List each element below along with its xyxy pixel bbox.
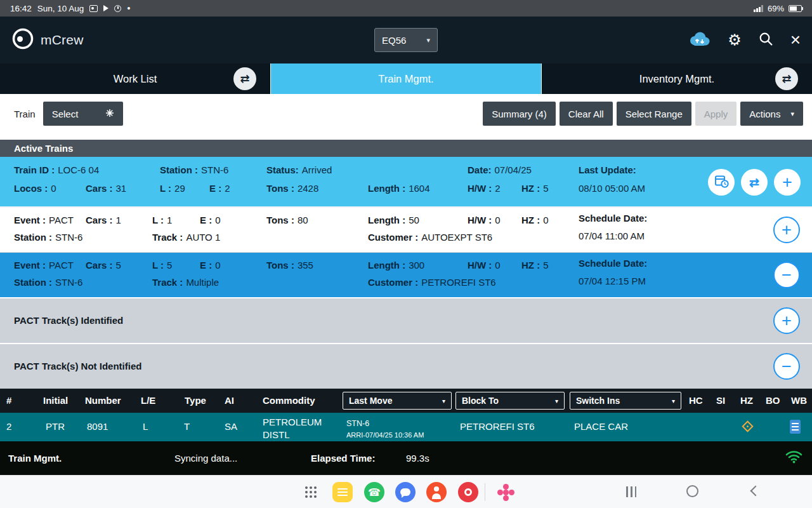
train-select-button[interactable]: Select: [43, 102, 123, 126]
loads-field: L :5: [152, 260, 172, 271]
train-selector-value: EQ56: [382, 35, 406, 46]
train-schedule-button[interactable]: [708, 169, 735, 196]
camera-app-icon[interactable]: [458, 482, 478, 502]
chevron-down-icon: ▾: [790, 110, 794, 118]
actions-dropdown[interactable]: Actions ▾: [740, 102, 803, 126]
gallery-app-icon[interactable]: [495, 482, 516, 502]
switch-ins-filter-dropdown[interactable]: Switch Ins ▾: [570, 392, 681, 410]
pact-identified-expand-button[interactable]: +: [773, 307, 800, 334]
active-trains-title: Active Trains: [14, 143, 73, 154]
length-field: Length :50: [368, 215, 419, 225]
tab-work-list[interactable]: Work List ⇄: [0, 64, 271, 94]
summary-button[interactable]: Summary (4): [483, 102, 556, 126]
calendar-clock-icon: [714, 173, 730, 191]
status-field: Status:Arrived: [266, 164, 332, 175]
tab-inventory-mgmt[interactable]: Inventory Mgmt. ⇄: [542, 64, 812, 94]
gear-icon[interactable]: ⚙: [728, 32, 742, 48]
hz-field: HZ :5: [521, 183, 549, 194]
hazmat-diamond-icon: [742, 420, 753, 432]
cars-field: Cars :1: [86, 215, 121, 225]
app-drawer-icon[interactable]: [305, 486, 308, 489]
hz-field: HZ :0: [521, 215, 549, 225]
train-selector-dropdown[interactable]: EQ56 ▾: [374, 28, 438, 52]
block-to-filter-dropdown[interactable]: Block To ▾: [455, 392, 565, 410]
cell-block-to: PETROREFI ST6: [460, 421, 535, 432]
loads-field: L :29: [160, 183, 185, 194]
actions-label: Actions: [749, 109, 780, 119]
app-header: mCrew EQ56 ▾ ⚙ ×: [0, 17, 812, 64]
pact-not-identified-collapse-button[interactable]: −: [773, 353, 800, 380]
pact-not-identified-section[interactable]: PACT Track(s) Not Identified −: [0, 343, 812, 389]
close-icon[interactable]: ×: [790, 31, 801, 49]
event-expand-button[interactable]: +: [773, 217, 800, 243]
car-table-row[interactable]: 2 PTR 8091 L T SA PETROLEUM DISTL STN-6 …: [0, 413, 812, 441]
notes-app-icon[interactable]: [332, 482, 353, 502]
hz-field: HZ :5: [521, 260, 549, 271]
tab-train-mgmt[interactable]: Train Mgmt.: [271, 64, 542, 94]
station-field: Station :STN-6: [160, 164, 228, 175]
back-button[interactable]: [750, 486, 761, 497]
recent-apps-button[interactable]: [626, 486, 636, 497]
footer-screen-title: Train Mgmt.: [8, 453, 62, 464]
cars-field: Cars :5: [86, 260, 121, 271]
train-summary-row[interactable]: Train ID :LOC-6 04 Locos :0 Cars :31 Sta…: [0, 157, 812, 208]
main-tab-bar: Work List ⇄ Train Mgmt. Inventory Mgmt. …: [0, 64, 812, 94]
apply-button[interactable]: Apply: [695, 102, 737, 126]
phone-app-icon[interactable]: ☎: [364, 482, 384, 502]
mcrew-logo-icon: [11, 27, 34, 53]
train-swap-button[interactable]: ⇄: [741, 169, 768, 196]
signal-icon: [754, 5, 763, 12]
empties-field: E :0: [200, 215, 221, 225]
cloud-sync-icon[interactable]: [688, 30, 710, 50]
train-id-field: Train ID :LOC-6 04: [14, 164, 99, 175]
length-field: Length :1604: [368, 183, 430, 194]
locos-field: Locos :0: [14, 183, 56, 194]
col-number-sign: #: [6, 395, 11, 406]
last-move-filter-dropdown[interactable]: Last Move ▾: [343, 392, 452, 410]
empties-field: E :0: [200, 260, 221, 271]
event-field: Event :PACT: [14, 215, 74, 225]
sparkle-icon: [105, 109, 114, 119]
plus-icon: +: [782, 312, 792, 330]
pact-not-identified-title: PACT Track(s) Not Identified: [14, 361, 141, 371]
last-update-value: 08/10 05:00 AM: [579, 183, 645, 194]
event-row-2[interactable]: Event :PACT Station :STN-6 Cars :5 L :5 …: [0, 253, 812, 297]
search-icon[interactable]: [759, 32, 773, 49]
length-field: Length :300: [368, 260, 424, 271]
train-expand-button[interactable]: +: [774, 169, 801, 196]
minus-icon: −: [782, 267, 792, 284]
col-ai: AI: [225, 395, 234, 406]
cell-number: 8091: [87, 421, 108, 432]
phone-glyph: ☎: [368, 486, 381, 498]
app-title: mCrew: [41, 32, 84, 48]
elapsed-time-label: Elapsed Time:: [311, 453, 375, 464]
apply-label: Apply: [704, 109, 728, 119]
app-footer: Train Mgmt. Syncing data... Elapsed Time…: [0, 441, 812, 475]
select-range-button[interactable]: Select Range: [617, 102, 691, 126]
col-commodity: Commodity: [263, 395, 315, 406]
home-button[interactable]: [686, 485, 698, 497]
active-trains-header: Active Trains: [0, 140, 812, 157]
track-field: Track :Multiple: [152, 277, 219, 288]
cell-commodity-line2: DISTL: [263, 429, 290, 440]
document-icon[interactable]: [790, 420, 801, 434]
pact-identified-section[interactable]: PACT Track(s) Identified +: [0, 297, 812, 343]
col-hz: HZ: [740, 395, 753, 406]
schedule-date-label: Schedule Date:: [579, 213, 650, 224]
chat-bubble-icon: [400, 488, 410, 496]
mcrew-app-screen: 16:42 Sun, 10 Aug • 69% mCrew EQ56 ▾: [0, 0, 812, 508]
event-collapse-button[interactable]: −: [773, 262, 800, 288]
members-app-icon[interactable]: [426, 482, 447, 502]
summary-label: Summary (4): [492, 109, 547, 119]
col-si: SI: [716, 395, 725, 406]
customer-field: Customer :AUTOEXPT ST6: [368, 232, 492, 243]
swap-icon: ⇄: [749, 177, 759, 189]
cell-le: L: [143, 421, 148, 432]
station-field: Station :STN-6: [14, 232, 82, 243]
event-row-1[interactable]: Event :PACT Station :STN-6 Cars :1 L :1 …: [0, 208, 812, 253]
battery-icon: [789, 5, 802, 12]
clear-all-button[interactable]: Clear All: [560, 102, 613, 126]
swap-icon[interactable]: ⇄: [775, 67, 798, 90]
messages-app-icon[interactable]: [395, 482, 416, 502]
swap-icon[interactable]: ⇄: [233, 67, 256, 90]
